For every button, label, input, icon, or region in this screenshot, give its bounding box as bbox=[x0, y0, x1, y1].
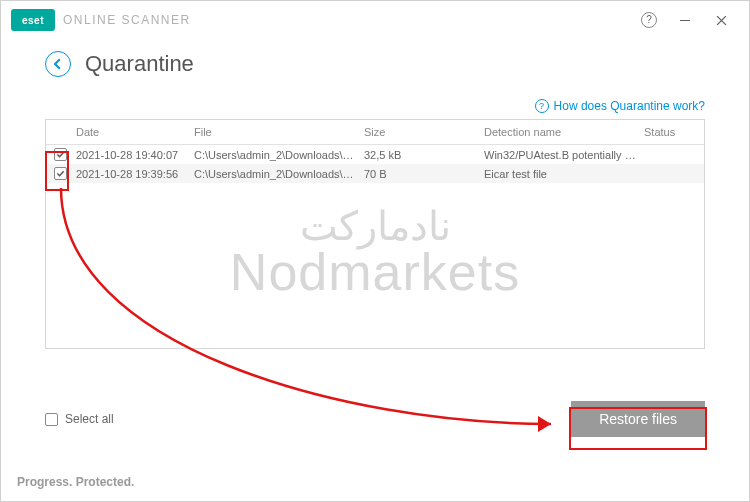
checkbox-icon bbox=[45, 413, 58, 426]
back-button[interactable] bbox=[45, 51, 71, 77]
page-header: Quarantine bbox=[1, 39, 749, 81]
row-checkbox[interactable] bbox=[54, 167, 67, 180]
select-all-checkbox[interactable]: Select all bbox=[45, 412, 114, 426]
table-row[interactable]: 2021-10-28 19:40:07 C:\Users\admin_2\Dow… bbox=[46, 145, 704, 165]
minimize-icon[interactable] bbox=[667, 5, 703, 35]
cell-date: 2021-10-28 19:40:07 bbox=[72, 145, 190, 165]
cell-size: 70 B bbox=[360, 164, 480, 183]
restore-files-button[interactable]: Restore files bbox=[571, 401, 705, 437]
page-title: Quarantine bbox=[85, 51, 194, 77]
cell-detection: Win32/PUAtest.B potentially unw... bbox=[480, 145, 640, 165]
quarantine-table: Date File Size Detection name Status 202… bbox=[45, 119, 705, 349]
select-all-label: Select all bbox=[65, 412, 114, 426]
col-date[interactable]: Date bbox=[72, 120, 190, 145]
cell-file: C:\Users\admin_2\Downloads\Po... bbox=[190, 145, 360, 165]
footer-tagline: Progress. Protected. bbox=[17, 475, 134, 489]
col-file[interactable]: File bbox=[190, 120, 360, 145]
table-row[interactable]: 2021-10-28 19:39:56 C:\Users\admin_2\Dow… bbox=[46, 164, 704, 183]
cell-status bbox=[640, 145, 704, 165]
app-name: ONLINE SCANNER bbox=[63, 13, 191, 27]
how-quarantine-works-link[interactable]: ? How does Quarantine work? bbox=[535, 99, 705, 113]
eset-logo: eset bbox=[11, 9, 55, 31]
cell-size: 32,5 kB bbox=[360, 145, 480, 165]
col-size[interactable]: Size bbox=[360, 120, 480, 145]
cell-status bbox=[640, 164, 704, 183]
help-icon[interactable]: ? bbox=[641, 12, 657, 28]
cell-date: 2021-10-28 19:39:56 bbox=[72, 164, 190, 183]
cell-detection: Eicar test file bbox=[480, 164, 640, 183]
col-status[interactable]: Status bbox=[640, 120, 704, 145]
close-icon[interactable] bbox=[703, 5, 739, 35]
row-checkbox[interactable] bbox=[54, 148, 67, 161]
col-check bbox=[46, 120, 72, 145]
col-detection[interactable]: Detection name bbox=[480, 120, 640, 145]
help-link-label: How does Quarantine work? bbox=[554, 99, 705, 113]
info-icon: ? bbox=[535, 99, 549, 113]
titlebar: eset ONLINE SCANNER ? bbox=[1, 1, 749, 39]
cell-file: C:\Users\admin_2\Downloads\ei... bbox=[190, 164, 360, 183]
